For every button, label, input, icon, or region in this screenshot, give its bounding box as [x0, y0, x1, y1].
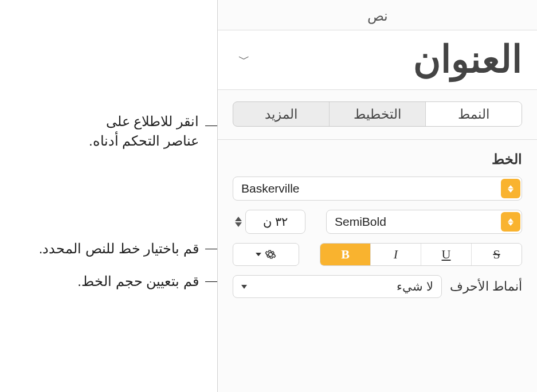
updown-icon [501, 212, 520, 232]
chevron-down-icon[interactable]: ﹀ [238, 52, 250, 67]
callout-size: قم بتعيين حجم الخط. [38, 272, 199, 291]
text-style-row: B I U S [233, 243, 522, 266]
gear-icon [265, 249, 276, 260]
character-styles-select[interactable]: لا شيء [233, 275, 442, 298]
font-weight-select[interactable]: SemiBold [326, 210, 522, 234]
size-stepper[interactable] [235, 217, 242, 227]
character-styles-label: أنماط الأحرف [450, 279, 522, 294]
tab-more[interactable]: المزيد [233, 102, 329, 126]
callout-font-text: قم باختيار خط للنص المحدد. [39, 241, 199, 256]
font-controls: Baskerville ٣٢ ن SemiBold [218, 172, 537, 298]
font-weight-size-row: ٣٢ ن SemiBold [233, 210, 522, 234]
character-styles-row: أنماط الأحرف لا شيء [233, 275, 522, 298]
italic-button[interactable]: I [371, 244, 421, 265]
updown-icon [501, 179, 520, 198]
strikethrough-button[interactable]: S [472, 244, 522, 265]
size-stepper-group: ٣٢ ن [233, 210, 305, 234]
font-section-header: الخط [218, 140, 537, 172]
font-section-label: الخط [492, 151, 522, 167]
font-size-field[interactable]: ٣٢ ن [245, 210, 305, 234]
callout-tabs-text: انقر للاطلاع على عناصر التحكم أدناه. [89, 113, 199, 148]
character-styles-value: لا شيء [247, 280, 433, 293]
tabs-row: النمط التخطيط المزيد [218, 90, 537, 140]
stepper-down-icon [235, 222, 242, 227]
bold-button[interactable]: B [320, 244, 370, 265]
callout-tabs: انقر للاطلاع على عناصر التحكم أدناه. [50, 112, 199, 150]
chevron-down-icon [256, 253, 261, 256]
paragraph-style-selector[interactable]: العنوان ﹀ [218, 30, 537, 90]
panel-title: نص [218, 0, 537, 30]
format-panel: نص العنوان ﹀ النمط التخطيط المزيد الخط B… [217, 0, 537, 392]
tab-style[interactable]: النمط [426, 102, 522, 126]
tab-layout[interactable]: التخطيط [330, 102, 425, 126]
font-weight-value: SemiBold [329, 215, 501, 229]
font-size-value: ٣٢ ن [263, 215, 288, 229]
advanced-options-button[interactable] [233, 243, 299, 266]
chevron-down-icon [241, 285, 247, 289]
font-family-row: Baskerville [233, 177, 522, 201]
callout-font: قم باختيار خط للنص المحدد. [0, 239, 199, 258]
text-style-group: B I U S [320, 243, 522, 266]
font-family-select[interactable]: Baskerville [233, 177, 522, 201]
paragraph-style-name: العنوان [250, 37, 522, 81]
underline-button[interactable]: U [421, 244, 471, 265]
callout-size-text: قم بتعيين حجم الخط. [77, 273, 199, 289]
tab-segmented-control: النمط التخطيط المزيد [233, 101, 522, 127]
font-family-value: Baskerville [236, 182, 501, 195]
stepper-up-icon [235, 217, 242, 221]
